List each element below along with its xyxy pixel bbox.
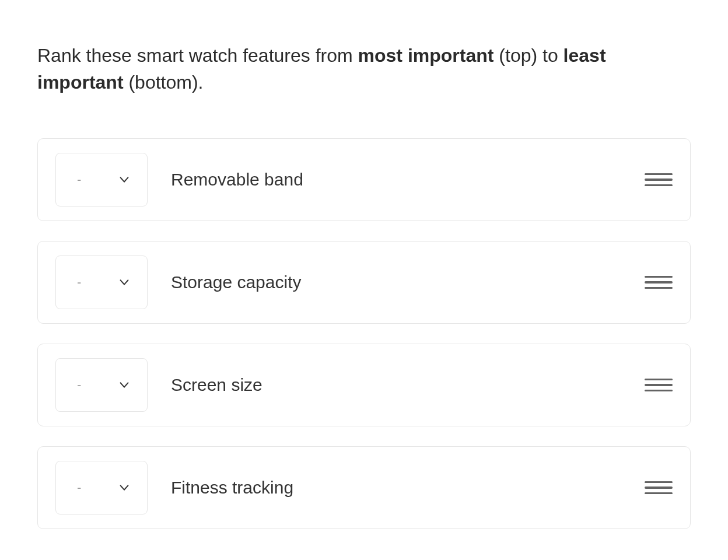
question-text: Rank these smart watch features from mos… (37, 42, 691, 96)
rank-item[interactable]: - Fitness tracking (37, 446, 691, 529)
question-bold-most: most important (358, 45, 494, 66)
rank-item-label: Storage capacity (171, 272, 645, 292)
rank-select-placeholder: - (77, 480, 81, 495)
rank-item[interactable]: - Storage capacity (37, 241, 691, 324)
question-middle: (top) to (494, 45, 563, 66)
question-suffix: (bottom). (124, 72, 204, 93)
drag-handle-icon[interactable] (645, 480, 673, 496)
chevron-down-icon (118, 276, 131, 289)
chevron-down-icon (118, 481, 131, 494)
rank-item[interactable]: - Screen size (37, 344, 691, 426)
chevron-down-icon (118, 379, 131, 391)
rank-item-label: Fitness tracking (171, 478, 645, 498)
rank-select-placeholder: - (77, 377, 81, 393)
drag-handle-icon[interactable] (645, 172, 673, 188)
rank-select-placeholder: - (77, 172, 81, 187)
ranking-question-card: Rank these smart watch features from mos… (0, 0, 728, 560)
rank-item-label: Screen size (171, 375, 645, 395)
drag-handle-icon[interactable] (645, 377, 673, 393)
drag-handle-icon[interactable] (645, 274, 673, 290)
rank-select[interactable]: - (55, 256, 148, 309)
rank-select-placeholder: - (77, 275, 81, 290)
chevron-down-icon (118, 173, 131, 186)
rank-item-label: Removable band (171, 170, 645, 190)
rank-item[interactable]: - Removable band (37, 138, 691, 221)
rank-select[interactable]: - (55, 358, 148, 412)
rank-list: - Removable band - Storage capacity (37, 138, 691, 529)
rank-select[interactable]: - (55, 461, 148, 514)
question-prefix: Rank these smart watch features from (37, 45, 358, 66)
rank-select[interactable]: - (55, 153, 148, 206)
